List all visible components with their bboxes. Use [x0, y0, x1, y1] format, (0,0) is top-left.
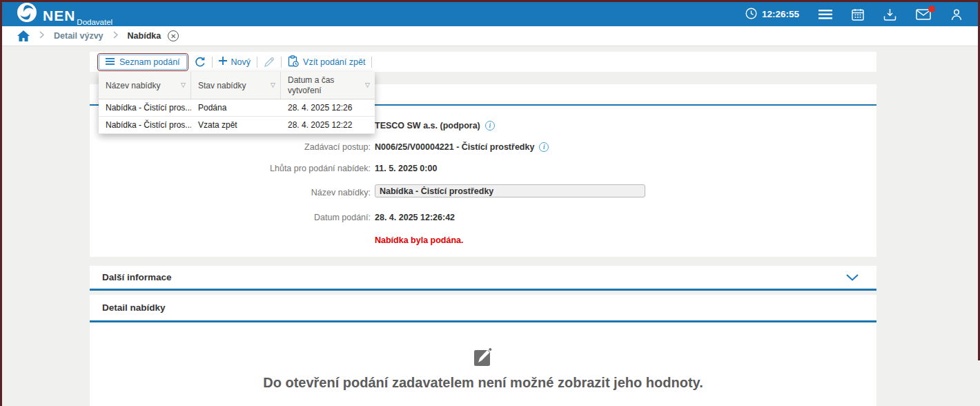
- toolbar-divider: [257, 57, 257, 68]
- dropdown-header-row: Název nabídky ▽ Stav nabídky ▽ Datum a č…: [99, 72, 375, 99]
- clock-icon: [745, 8, 757, 21]
- detail-nabidky-title: Detail nabídky: [102, 302, 166, 313]
- datum-podani-label: Datum podání:: [90, 213, 371, 222]
- datum-podani-value: 28. 4. 2025 12:26:42: [375, 213, 455, 222]
- dalsi-informace-title: Další informace: [102, 272, 172, 282]
- column-header-datum[interactable]: Datum a čas vytvoření ▽: [281, 72, 375, 99]
- refresh-button[interactable]: [195, 57, 206, 68]
- toolbar-divider: [212, 57, 213, 68]
- toolbar-divider: [281, 57, 282, 68]
- close-tab-icon[interactable]: ✕: [168, 30, 179, 41]
- nen-logo-icon: [17, 2, 37, 26]
- sealed-edit-icon: [472, 345, 494, 369]
- zadavaci-postup-value: N006/25/V00004221 - Čistící prostředky i: [375, 142, 549, 152]
- novy-label: Nový: [231, 57, 251, 67]
- empty-state-message: Do otevření podání zadavatelem není možn…: [263, 375, 703, 391]
- filter-icon[interactable]: ▽: [271, 81, 275, 89]
- column-header-stav[interactable]: Stav nabídky ▽: [191, 72, 281, 99]
- zadavaci-postup-label: Zadávací postup:: [90, 142, 371, 152]
- mail-badge: [928, 6, 935, 12]
- vzit-podani-zpet-label: Vzít podání zpět: [303, 57, 365, 67]
- session-clock: 12:26:55: [745, 8, 799, 21]
- detail-nabidky-section: Detail nabídky Do otevření podání zadava…: [90, 295, 876, 406]
- clipboard-clock-icon: [288, 55, 299, 69]
- window-border-left: [0, 0, 2, 406]
- lhuta-label: Lhůta pro podání nabídek:: [90, 164, 371, 173]
- info-icon[interactable]: i: [539, 142, 549, 152]
- seznam-podani-button[interactable]: Seznam podání: [99, 55, 187, 70]
- nazev-nabidky-input[interactable]: [375, 184, 645, 197]
- chevron-down-icon[interactable]: [846, 274, 859, 281]
- plus-icon: [219, 57, 227, 67]
- filter-icon[interactable]: ▽: [181, 81, 186, 89]
- list-icon: [106, 57, 115, 67]
- toolbar: Seznam podání Nový Vzít podání zpět: [90, 52, 876, 72]
- toolbar-divider: [371, 57, 372, 68]
- submissions-dropdown: Název nabídky ▽ Stav nabídky ▽ Datum a č…: [99, 72, 375, 134]
- menu-icon[interactable]: [819, 10, 832, 19]
- brand[interactable]: NEN Dodavatel: [17, 2, 112, 27]
- breadcrumb-separator-icon: [113, 31, 118, 41]
- session-time: 12:26:55: [762, 9, 799, 19]
- novy-button[interactable]: Nový: [219, 57, 251, 67]
- column-header-nazev[interactable]: Název nabídky ▽: [99, 72, 191, 99]
- lhuta-value: 11. 5. 2025 0:00: [375, 164, 437, 173]
- download-inbox-icon[interactable]: [883, 8, 896, 21]
- user-icon[interactable]: [950, 8, 963, 21]
- cell-datum: 28. 4. 2025 12:22: [281, 117, 375, 133]
- calendar-icon[interactable]: [852, 8, 864, 21]
- cell-stav: Vzata zpět: [191, 117, 281, 133]
- breadcrumb-detail-vyzvy[interactable]: Detail výzvy: [54, 31, 104, 41]
- cell-datum: 28. 4. 2025 12:26: [281, 99, 375, 116]
- seznam-podani-label: Seznam podání: [119, 57, 180, 67]
- info-icon[interactable]: i: [485, 121, 495, 130]
- cell-stav: Podána: [191, 99, 281, 116]
- submission-row[interactable]: Nabídka - Čistící pros... Vzata zpět 28.…: [99, 117, 375, 134]
- brand-name: NEN: [43, 8, 75, 23]
- filter-icon[interactable]: ▽: [365, 81, 370, 89]
- nazev-nabidky-label: Název nabídky:: [90, 188, 371, 197]
- top-bar: NEN Dodavatel 12:26:55: [2, 2, 978, 26]
- mail-icon[interactable]: [916, 9, 931, 20]
- dalsi-informace-section[interactable]: Další informace: [90, 266, 876, 291]
- detail-nabidky-header: Detail nabídky: [90, 295, 876, 322]
- dodavatel-value: TESCO SW a.s. (podpora) i: [375, 121, 495, 130]
- home-icon[interactable]: [17, 30, 30, 41]
- status-message: Nabídka byla podána.: [375, 235, 464, 245]
- breadcrumb-nabidka: Nabídka: [128, 31, 161, 41]
- brand-subtitle: Dodavatel: [77, 18, 112, 26]
- cell-nazev: Nabídka - Čistící pros...: [99, 117, 191, 133]
- window-border-top: [0, 0, 980, 2]
- edit-pencil-button[interactable]: [264, 57, 275, 68]
- breadcrumb-separator-icon: [39, 31, 44, 41]
- submission-row[interactable]: Nabídka - Čistící pros... Podána 28. 4. …: [99, 99, 375, 117]
- vzit-podani-zpet-button[interactable]: Vzít podání zpět: [288, 55, 365, 69]
- breadcrumb: Detail výzvy Nabídka ✕: [2, 26, 978, 46]
- cell-nazev: Nabídka - Čistící pros...: [99, 99, 191, 116]
